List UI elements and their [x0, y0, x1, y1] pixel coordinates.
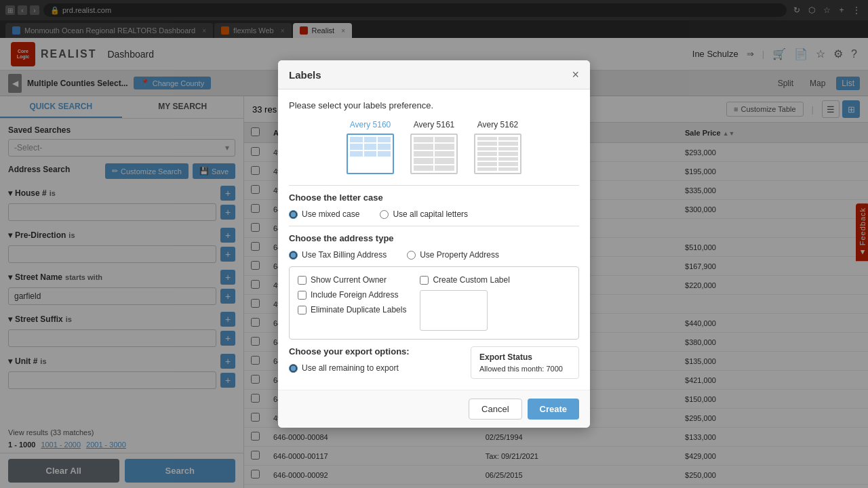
label-cell [435, 158, 454, 163]
export-row: Choose your export options: Use all rema… [289, 346, 579, 379]
label-cell [378, 137, 391, 142]
custom-label-label[interactable]: Create Custom Label [420, 275, 509, 285]
tax-address-label[interactable]: Use Tax Billing Address [289, 250, 387, 260]
label-cell [498, 157, 518, 161]
property-address-label[interactable]: Use Property Address [407, 250, 499, 260]
label-cell [435, 137, 454, 142]
allowed-value: 7000 [546, 365, 562, 373]
label-5160-preview [347, 134, 394, 174]
label-cell [364, 137, 377, 142]
foreign-address-label[interactable]: Include Foreign Address [298, 290, 406, 300]
checkbox-right: Create Custom Label [420, 275, 509, 331]
modal-overlay: Labels × Please select your labels prefe… [0, 0, 868, 488]
property-address-radio[interactable] [407, 251, 416, 260]
foreign-address-text: Include Foreign Address [311, 290, 398, 300]
foreign-address-checkbox[interactable] [298, 291, 307, 300]
label-5162-name: Avery 5162 [477, 120, 519, 129]
label-cell [498, 152, 518, 155]
export-allowed: Allowed this month: 7000 [479, 365, 570, 373]
label-cell [378, 144, 391, 149]
mixed-case-label[interactable]: Use mixed case [289, 209, 359, 219]
letter-case-options: Use mixed case Use all capital letters [289, 209, 579, 219]
custom-label-checkbox[interactable] [420, 276, 429, 285]
eliminate-dupes-checkbox[interactable] [298, 306, 307, 314]
label-option-5160[interactable]: Avery 5160 [347, 120, 394, 174]
custom-label-input[interactable] [420, 290, 488, 331]
export-title: Choose your export options: [289, 346, 460, 357]
checkbox-left: Show Current Owner Include Foreign Addre… [298, 275, 406, 331]
divider-1 [289, 185, 579, 186]
mixed-case-text: Use mixed case [302, 209, 359, 219]
labels-modal: Labels × Please select your labels prefe… [278, 60, 590, 428]
label-cell [414, 158, 433, 163]
modal-subtitle: Please select your labels preference. [289, 100, 579, 110]
tax-address-radio[interactable] [289, 251, 298, 260]
export-option-label[interactable]: Use all remaining to export [289, 363, 460, 373]
label-cell [498, 167, 518, 171]
label-cell [414, 151, 433, 157]
export-status-title: Export Status [479, 352, 570, 362]
label-options: Avery 5160 Avery 5161 [289, 120, 579, 174]
letter-case-title: Choose the letter case [289, 192, 579, 203]
label-5161-preview [410, 134, 458, 174]
label-cell [414, 144, 433, 149]
label-cell [435, 144, 454, 149]
modal-body: Please select your labels preference. Av… [278, 89, 590, 390]
allowed-label: Allowed this month: [479, 365, 544, 373]
label-cell [477, 162, 497, 165]
label-cell [498, 162, 518, 165]
label-cell [364, 144, 377, 149]
divider-2 [289, 226, 579, 226]
capitals-label[interactable]: Use all capital letters [380, 209, 468, 219]
tax-address-text: Use Tax Billing Address [302, 250, 387, 260]
custom-label-text: Create Custom Label [433, 275, 509, 285]
eliminate-dupes-label[interactable]: Eliminate Duplicate Labels [298, 305, 406, 314]
export-option-radio[interactable] [289, 364, 298, 373]
label-cell [477, 142, 497, 145]
label-cell [364, 151, 377, 157]
export-status-box: Export Status Allowed this month: 7000 [471, 346, 579, 379]
show-owner-checkbox[interactable] [298, 276, 307, 285]
label-cell [350, 137, 363, 142]
checkbox-section: Show Current Owner Include Foreign Addre… [289, 266, 579, 340]
export-option-text: Use all remaining to export [302, 363, 399, 373]
label-cell [350, 151, 363, 157]
label-cell [498, 137, 518, 140]
label-cell [350, 144, 363, 149]
label-5161-name: Avery 5161 [414, 120, 455, 129]
eliminate-dupes-text: Eliminate Duplicate Labels [311, 305, 406, 314]
label-option-5162[interactable]: Avery 5162 [474, 120, 521, 174]
capitals-text: Use all capital letters [393, 209, 468, 219]
label-cell [477, 157, 497, 161]
modal-footer: Cancel Create [278, 390, 590, 428]
label-cell [498, 142, 518, 145]
modal-header: Labels × [278, 60, 590, 89]
label-5160-name: Avery 5160 [350, 120, 391, 129]
show-owner-text: Show Current Owner [311, 275, 387, 285]
label-cell [498, 147, 518, 150]
address-type-options: Use Tax Billing Address Use Property Add… [289, 250, 579, 260]
cancel-btn[interactable]: Cancel [469, 399, 521, 420]
capitals-radio[interactable] [380, 210, 389, 219]
show-owner-label[interactable]: Show Current Owner [298, 275, 406, 285]
create-btn[interactable]: Create [528, 399, 579, 420]
label-cell [477, 152, 497, 155]
modal-title: Labels [289, 69, 321, 81]
label-cell [414, 165, 433, 171]
modal-close-btn[interactable]: × [572, 68, 579, 81]
address-type-title: Choose the address type [289, 233, 579, 243]
label-cell [477, 167, 497, 171]
label-cell [414, 137, 433, 142]
label-cell [378, 151, 391, 157]
label-option-5161[interactable]: Avery 5161 [410, 120, 458, 174]
label-cell [435, 165, 454, 171]
export-left: Choose your export options: Use all rema… [289, 346, 460, 373]
label-cell [435, 151, 454, 157]
property-address-text: Use Property Address [420, 250, 499, 260]
label-5162-preview [474, 134, 521, 174]
mixed-case-radio[interactable] [289, 210, 298, 219]
label-cell [477, 147, 497, 150]
label-cell [477, 137, 497, 140]
